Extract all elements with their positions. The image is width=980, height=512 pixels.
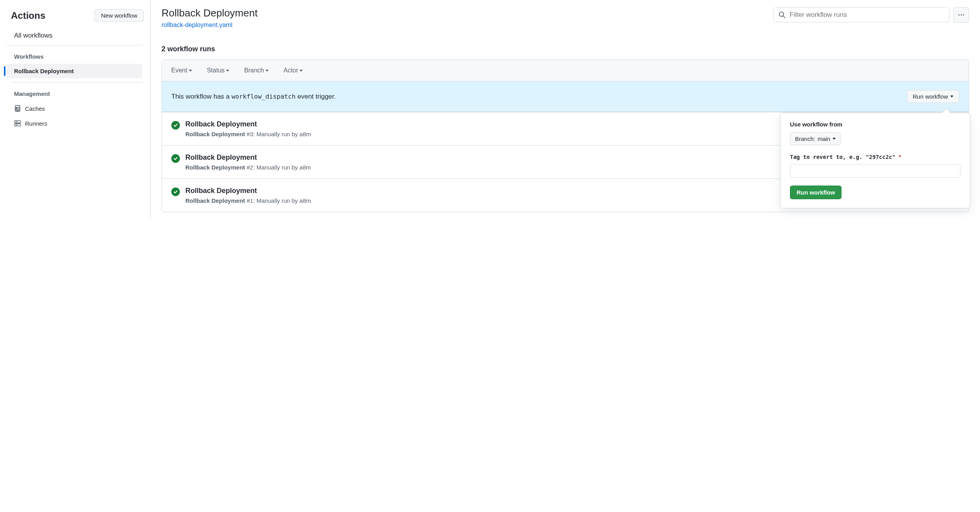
title-block: Rollback Deployment rollback-deployment.… <box>162 7 767 29</box>
svg-point-4 <box>779 12 784 16</box>
check-icon <box>173 156 178 161</box>
search-wrap <box>774 7 969 23</box>
sidebar-management-label: Management <box>6 83 150 101</box>
runs-count: 2 workflow runs <box>162 45 969 53</box>
search-box[interactable] <box>774 7 949 22</box>
run-subtitle: Rollback Deployment #1: Manually run by … <box>185 197 844 204</box>
sidebar-item-runners[interactable]: Runners <box>6 116 142 131</box>
sidebar-item-rollback-deployment[interactable]: Rollback Deployment <box>6 64 142 78</box>
sidebar-title: Actions <box>11 10 45 21</box>
filter-bar: Event Status Branch Actor <box>162 60 969 81</box>
sidebar-item-label: Runners <box>25 120 47 127</box>
filter-status[interactable]: Status <box>207 67 229 74</box>
caret-down-icon <box>226 70 229 72</box>
new-workflow-button[interactable]: New workflow <box>94 9 144 22</box>
svg-point-6 <box>958 14 960 15</box>
tag-input[interactable] <box>790 164 960 178</box>
filter-event[interactable]: Event <box>171 67 192 74</box>
svg-point-7 <box>960 14 962 15</box>
use-workflow-from-label: Use workflow from <box>790 121 960 128</box>
caret-down-icon <box>189 70 192 72</box>
branch-select[interactable]: Branch: main <box>790 132 841 145</box>
success-status-icon <box>171 154 180 163</box>
page-title: Rollback Deployment <box>162 7 767 19</box>
run-title: Rollback Deployment <box>185 187 844 195</box>
server-icon <box>14 120 21 127</box>
svg-line-5 <box>783 16 785 18</box>
dispatch-code: workflow_dispatch <box>232 93 296 100</box>
sidebar-item-caches[interactable]: Caches <box>6 101 142 116</box>
required-asterisk: * <box>899 154 901 160</box>
runs-box: Event Status Branch Actor This workflow … <box>162 59 969 212</box>
sidebar: Actions New workflow All workflows Workf… <box>0 0 151 219</box>
dispatch-banner: This workflow has a workflow_dispatch ev… <box>162 81 969 112</box>
sidebar-workflows-label: Workflows <box>6 45 150 64</box>
caret-down-icon <box>833 138 836 140</box>
run-workflow-dropdown-button[interactable]: Run workflow <box>907 90 959 103</box>
sidebar-all-workflows[interactable]: All workflows <box>6 28 142 45</box>
kebab-horizontal-icon <box>958 11 965 18</box>
search-input[interactable] <box>790 11 944 19</box>
dispatch-text: This workflow has a workflow_dispatch ev… <box>171 93 336 101</box>
run-info: Rollback Deployment Rollback Deployment … <box>185 187 844 204</box>
sidebar-item-label: Caches <box>25 105 45 112</box>
workflow-yaml-link[interactable]: rollback-deployment.yaml <box>162 22 232 28</box>
sidebar-item-label: Rollback Deployment <box>14 68 74 74</box>
caret-down-icon <box>266 70 269 72</box>
run-workflow-panel: Use workflow from Branch: main Tag to re… <box>780 113 970 208</box>
run-workflow-submit-button[interactable]: Run workflow <box>790 186 842 199</box>
success-status-icon <box>171 121 180 130</box>
database-icon <box>14 105 21 112</box>
tag-input-label: Tag to revert to, e.g. "297cc2c" * <box>790 154 960 160</box>
filter-branch[interactable]: Branch <box>244 67 269 74</box>
caret-down-icon <box>950 96 953 97</box>
sidebar-header: Actions New workflow <box>6 6 150 28</box>
success-status-icon <box>171 187 180 196</box>
filter-actor[interactable]: Actor <box>284 67 303 74</box>
check-icon <box>173 123 178 128</box>
caret-down-icon <box>300 70 303 72</box>
search-icon <box>779 11 786 18</box>
main-header: Rollback Deployment rollback-deployment.… <box>162 7 969 29</box>
main-content: Rollback Deployment rollback-deployment.… <box>151 0 980 219</box>
more-options-button[interactable] <box>953 7 969 23</box>
check-icon <box>173 189 178 194</box>
svg-point-8 <box>963 14 964 15</box>
